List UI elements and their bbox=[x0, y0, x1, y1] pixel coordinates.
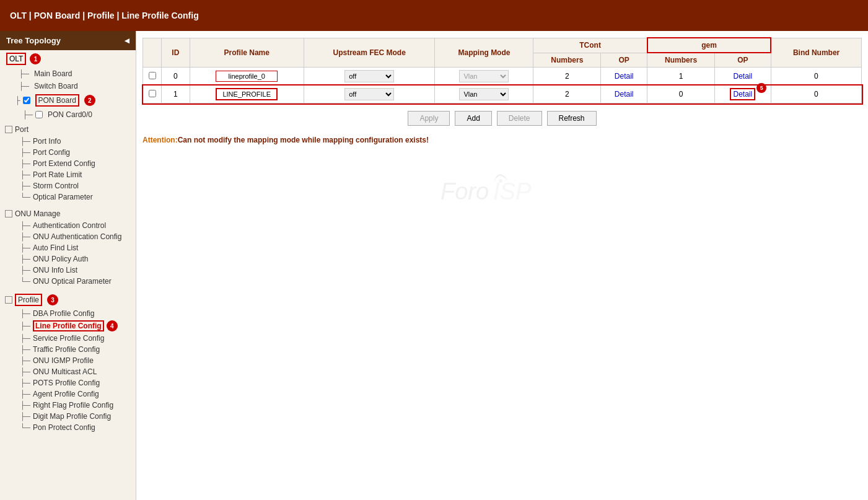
row1-profile-name-input[interactable] bbox=[216, 88, 278, 100]
col-header-gem: gem bbox=[647, 38, 771, 53]
onu-manage-section-header[interactable]: ONU Manage bbox=[0, 208, 136, 220]
row1-profile-name bbox=[190, 86, 304, 103]
nav-item-dba-profile[interactable]: ├─ DBA Profile Config bbox=[0, 308, 136, 319]
row0-gem-num: 1 bbox=[647, 68, 715, 86]
onu-manage-checkbox[interactable] bbox=[5, 210, 12, 217]
row1-fec-select[interactable]: off on bbox=[344, 88, 394, 100]
olt-label-box[interactable]: OLT bbox=[6, 53, 26, 65]
nav-item-pots-profile[interactable]: ├─ POTS Profile Config bbox=[0, 377, 136, 388]
olt-row: OLT 1 bbox=[0, 50, 136, 68]
row1-id: 1 bbox=[162, 86, 190, 103]
profile-label-box[interactable]: Profile bbox=[15, 294, 42, 306]
pon-board-checkbox[interactable] bbox=[23, 97, 30, 104]
pon-board-label-box[interactable]: PON Board bbox=[35, 94, 79, 107]
row1-tcont-op: Detail bbox=[601, 86, 647, 103]
row0-checkbox[interactable] bbox=[149, 72, 156, 79]
profile-badge: 3 bbox=[47, 294, 58, 305]
port-section-header[interactable]: Port bbox=[0, 123, 136, 136]
nav-item-traffic-profile[interactable]: ├─ Traffic Profile Config bbox=[0, 344, 136, 355]
nav-item-onu-auth-config[interactable]: ├─ ONU Authentication Config bbox=[0, 231, 136, 242]
col-header-tcont-op: OP bbox=[601, 53, 647, 68]
nav-item-onu-policy-auth[interactable]: ├─ ONU Policy Auth bbox=[0, 253, 136, 265]
profile-checkbox[interactable] bbox=[5, 296, 12, 304]
col-header-bind-number: Bind Number bbox=[771, 38, 861, 68]
col-header-tcont-numbers: Numbers bbox=[533, 53, 601, 68]
svg-text:ISP: ISP bbox=[493, 178, 532, 204]
row1-gem-detail-link[interactable]: Detail 5 bbox=[730, 88, 755, 100]
sidebar-item-pon-board[interactable]: ├ PON Board 2 bbox=[0, 92, 136, 108]
nav-item-onu-optical-param[interactable]: └─ ONU Optical Parameter bbox=[0, 276, 136, 287]
nav-item-line-profile[interactable]: ├─ Line Profile Config 4 bbox=[0, 319, 136, 333]
row1-tcont-detail-link[interactable]: Detail bbox=[615, 90, 634, 99]
right-flag-label: Right Flag Profile Config bbox=[33, 401, 113, 410]
row0-mapping-select[interactable]: Vlan GemPort Default bbox=[459, 70, 509, 82]
sidebar-item-pon-card[interactable]: ├─ PON Card0/0 bbox=[0, 108, 136, 121]
svg-text:Foro: Foro bbox=[441, 178, 489, 204]
nav-item-agent-profile[interactable]: ├─ Agent Profile Config bbox=[0, 388, 136, 400]
col-header-gem-numbers: Numbers bbox=[647, 53, 715, 68]
nav-item-onu-info-list[interactable]: ├─ ONU Info List bbox=[0, 265, 136, 276]
nav-item-port-rate-limit[interactable]: ├─ Port Rate Limit bbox=[0, 169, 136, 180]
nav-item-digit-map[interactable]: ├─ Digit Map Profile Config bbox=[0, 411, 136, 422]
nav-item-auth-control[interactable]: ├─ Authentication Control bbox=[0, 220, 136, 231]
row0-fec-select[interactable]: off on bbox=[344, 70, 394, 82]
nav-item-port-config[interactable]: ├─ Port Config bbox=[0, 147, 136, 158]
nav-item-right-flag[interactable]: ├─ Right Flag Profile Config bbox=[0, 400, 136, 411]
row1-fec: off on bbox=[304, 86, 435, 103]
row0-gem-detail-link[interactable]: Detail bbox=[733, 72, 752, 81]
pon-protect-label: Pon Protect Config bbox=[33, 423, 95, 432]
row0-fec: off on bbox=[304, 68, 435, 86]
top-bar: OLT | PON Board | Profile | Line Profile… bbox=[0, 0, 868, 31]
breadcrumb: OLT | PON Board | Profile | Line Profile… bbox=[10, 11, 199, 20]
sidebar-item-main-board[interactable]: ├─ Main Board bbox=[0, 68, 136, 80]
storm-control-label: Storm Control bbox=[33, 182, 79, 190]
row1-checkbox[interactable] bbox=[149, 90, 156, 97]
add-button[interactable]: Add bbox=[455, 111, 491, 126]
port-section-label: Port bbox=[15, 125, 28, 134]
line-profile-badge: 4 bbox=[107, 320, 118, 331]
pon-board-badge: 2 bbox=[84, 95, 95, 106]
profile-section-header[interactable]: Profile 3 bbox=[0, 292, 136, 308]
onu-manage-label: ONU Manage bbox=[15, 209, 60, 218]
button-row: Apply Add Delete Refresh bbox=[142, 111, 862, 126]
content-area: ID Profile Name Upstream FEC Mode Mappin… bbox=[136, 31, 868, 500]
line-profile-label-box[interactable]: Line Profile Config bbox=[33, 320, 104, 331]
delete-button[interactable]: Delete bbox=[497, 111, 542, 126]
col-header-gem-op: OP bbox=[714, 53, 771, 68]
col-header-upstream-fec: Upstream FEC Mode bbox=[304, 38, 435, 68]
row0-tcont-op: Detail bbox=[601, 68, 647, 86]
onu-policy-auth-label: ONU Policy Auth bbox=[33, 255, 88, 263]
pon-board-label: PON Board bbox=[38, 96, 76, 105]
nav-item-onu-multicast[interactable]: ├─ ONU Multicast ACL bbox=[0, 366, 136, 377]
row0-profile-name-input[interactable] bbox=[216, 71, 278, 82]
sidebar-item-switch-board[interactable]: ├─ Switch Board bbox=[0, 80, 136, 92]
nav-item-optical-parameter[interactable]: └─ Optical Parameter bbox=[0, 191, 136, 203]
row0-tcont-detail-link[interactable]: Detail bbox=[615, 72, 634, 81]
apply-button[interactable]: Apply bbox=[408, 111, 450, 126]
nav-item-storm-control[interactable]: ├─ Storm Control bbox=[0, 180, 136, 191]
nav-item-auto-find-list[interactable]: ├─ Auto Find List bbox=[0, 242, 136, 253]
refresh-button[interactable]: Refresh bbox=[547, 111, 597, 126]
sidebar-title: Tree Topology bbox=[6, 36, 61, 45]
row1-gem-op: Detail 5 bbox=[714, 86, 771, 103]
nav-item-onu-igmp[interactable]: ├─ ONU IGMP Profile bbox=[0, 355, 136, 366]
port-section-checkbox[interactable] bbox=[5, 126, 12, 133]
nav-section-onu-manage: ONU Manage ├─ Authentication Control ├─ … bbox=[0, 205, 136, 289]
nav-item-port-extend-config[interactable]: ├─ Port Extend Config bbox=[0, 158, 136, 169]
nav-item-port-info[interactable]: ├─ Port Info bbox=[0, 136, 136, 147]
row0-id: 0 bbox=[162, 68, 190, 86]
nav-item-pon-protect[interactable]: └─ Pon Protect Config bbox=[0, 422, 136, 433]
sidebar-collapse-icon[interactable]: ◀ bbox=[125, 37, 129, 44]
nav-section-profile: Profile 3 ├─ DBA Profile Config ├─ Line … bbox=[0, 289, 136, 436]
row1-mapping-select[interactable]: Vlan GemPort Default bbox=[459, 88, 509, 100]
col-header-id: ID bbox=[162, 38, 190, 68]
row0-tcont-num: 2 bbox=[533, 68, 601, 86]
onu-auth-config-label: ONU Authentication Config bbox=[33, 232, 121, 241]
pon-card-checkbox[interactable] bbox=[35, 111, 43, 118]
table-row-highlighted: 1 off on Vlan bbox=[143, 86, 862, 103]
sidebar: Tree Topology ◀ OLT 1 ├─ Main Board ├─ bbox=[0, 31, 136, 500]
row0-profile-name bbox=[190, 68, 304, 86]
nav-item-service-profile[interactable]: ├─ Service Profile Config bbox=[0, 333, 136, 344]
olt-badge: 1 bbox=[30, 53, 41, 64]
switch-board-label: Switch Board bbox=[34, 82, 78, 90]
